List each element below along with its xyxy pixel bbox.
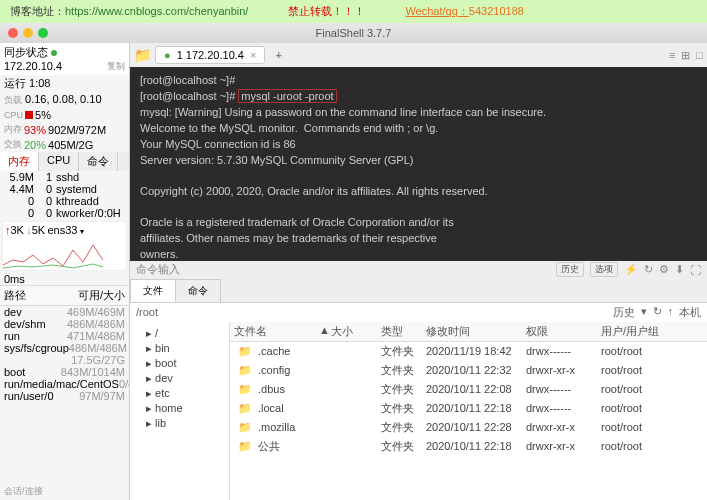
session-tabbar: 📁 ●1 172.20.10.4× + ≡ ⊞ □ xyxy=(130,43,707,67)
download-icon[interactable]: ⬇ xyxy=(675,263,684,276)
list-view-icon[interactable]: ≡ xyxy=(669,49,675,62)
history-button[interactable]: 历史 xyxy=(556,262,584,277)
maximize-icon[interactable] xyxy=(38,28,48,38)
file-tree[interactable]: ▸ /▸ bin▸ boot▸ dev▸ etc▸ home▸ lib xyxy=(130,322,230,501)
tree-item[interactable]: ▸ etc xyxy=(134,386,225,401)
tree-item[interactable]: ▸ lib xyxy=(134,416,225,431)
tab-files[interactable]: 文件 xyxy=(130,279,176,302)
tab-commands[interactable]: 命令 xyxy=(175,279,221,302)
terminal[interactable]: [root@localhost ~]# [root@localhost ~]# … xyxy=(130,67,707,261)
gear-icon[interactable]: ⚙ xyxy=(659,263,669,276)
copy-button[interactable]: 复制 xyxy=(107,60,125,73)
tab-mem[interactable]: 内存 xyxy=(0,152,39,171)
minimize-icon[interactable] xyxy=(23,28,33,38)
close-icon[interactable] xyxy=(8,28,18,38)
close-tab-icon[interactable]: × xyxy=(250,49,256,61)
file-row[interactable]: 📁.cache文件夹2020/11/19 18:42drwx------root… xyxy=(230,342,707,361)
session-tab[interactable]: ●1 172.20.10.4× xyxy=(155,46,265,64)
tree-item[interactable]: ▸ / xyxy=(134,326,225,341)
tab-cmd[interactable]: 命令 xyxy=(79,152,118,171)
options-button[interactable]: 选项 xyxy=(590,262,618,277)
single-view-icon[interactable]: □ xyxy=(696,49,703,62)
file-row[interactable]: 📁.local文件夹2020/10/11 22:18drwx------root… xyxy=(230,399,707,418)
window-titlebar: FinalShell 3.7.7 xyxy=(0,23,707,43)
add-tab-button[interactable]: + xyxy=(269,49,287,61)
refresh-icon[interactable]: ↻ xyxy=(644,263,653,276)
file-row[interactable]: 📁.dbus文件夹2020/10/11 22:08drwx------root/… xyxy=(230,380,707,399)
app-title: FinalShell 3.7.7 xyxy=(316,27,392,39)
tab-cpu[interactable]: CPU xyxy=(39,152,79,171)
sidebar: 同步状态 172.20.10.4复制 运行 1:08 负载 0.16, 0.08… xyxy=(0,43,130,500)
grid-view-icon[interactable]: ⊞ xyxy=(681,49,690,62)
tree-item[interactable]: ▸ bin xyxy=(134,341,225,356)
lightning-icon[interactable]: ⚡ xyxy=(624,263,638,276)
folder-icon[interactable]: 📁 xyxy=(134,47,151,63)
file-row[interactable]: 📁.config文件夹2020/10/11 22:32drwxr-xr-xroo… xyxy=(230,361,707,380)
upload-icon[interactable]: ↑ xyxy=(668,305,674,320)
tree-item[interactable]: ▸ home xyxy=(134,401,225,416)
top-banner: 博客地址：https://www.cnblogs.com/chenyanbin/… xyxy=(0,0,707,23)
tree-item[interactable]: ▸ boot xyxy=(134,356,225,371)
terminal-footer: 命令输入 历史 选项 ⚡ ↻ ⚙ ⬇ ⛶ xyxy=(130,261,707,279)
blog-link[interactable]: https://www.cnblogs.com/chenyanbin/ xyxy=(65,5,248,17)
breadcrumb: /root 历史▾ ↻ ↑ 本机 xyxy=(130,303,707,322)
network-graph: ↑3K ↓5K ens33 ▾ xyxy=(2,221,127,271)
file-row[interactable]: 📁.mozilla文件夹2020/10/11 22:28drwxr-xr-xro… xyxy=(230,418,707,437)
history-link[interactable]: 历史 xyxy=(613,305,635,320)
expand-icon[interactable]: ⛶ xyxy=(690,264,701,276)
file-row[interactable]: 📁公共文件夹2020/10/11 22:18drwxr-xr-xroot/roo… xyxy=(230,437,707,456)
status-dot-icon xyxy=(51,50,57,56)
tree-item[interactable]: ▸ dev xyxy=(134,371,225,386)
refresh-icon[interactable]: ↻ xyxy=(653,305,662,320)
